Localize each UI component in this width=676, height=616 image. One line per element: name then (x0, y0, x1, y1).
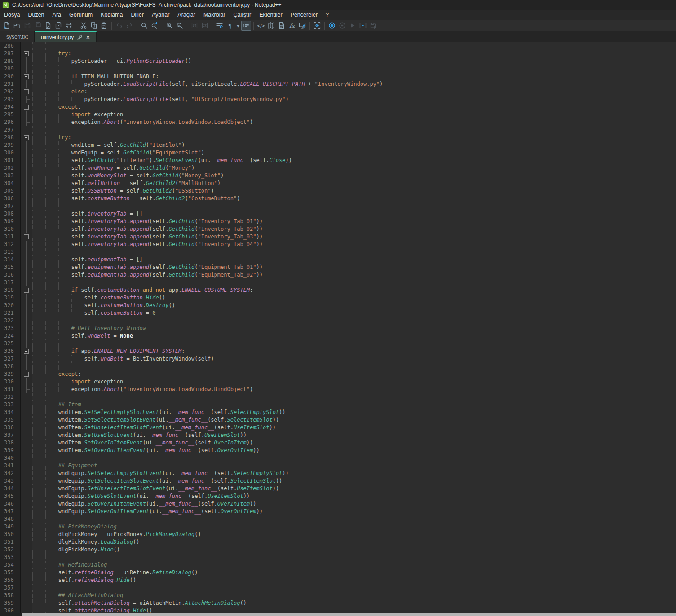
menu-item-ayarlar[interactable]: Ayarlar (148, 10, 173, 19)
code-line[interactable]: 343wndEquip.SetSelectItemSlotEvent(ui.__… (0, 477, 676, 485)
code-line[interactable]: 289 (0, 65, 676, 73)
code-line[interactable]: 292else: (0, 88, 676, 96)
menu-item-makrolar[interactable]: Makrolar (199, 10, 230, 19)
open-file-button[interactable] (12, 21, 22, 31)
code-line[interactable]: 288pyScrLoader = ui.PythonScriptLoader() (0, 57, 676, 65)
menu-item-kodlama[interactable]: Kodlama (97, 10, 127, 19)
code-line[interactable]: 340 (0, 454, 676, 462)
code-line[interactable]: 293pyScrLoader.LoadScriptFile(self, "UIS… (0, 96, 676, 103)
fold-toggle[interactable] (21, 348, 32, 355)
code-line[interactable]: 329except: (0, 370, 676, 378)
code-line[interactable]: 322 (0, 317, 676, 325)
document-map-button[interactable] (266, 21, 276, 31)
monitoring-button[interactable] (297, 21, 307, 31)
menu-item-ara[interactable]: Ara (49, 10, 65, 19)
indent-guide-button[interactable] (241, 21, 251, 31)
code-line[interactable]: 319self.costumeButton.Hide() (0, 294, 676, 302)
code-line[interactable]: 330import exception (0, 378, 676, 386)
code-line[interactable]: 304self.mallButton = self.GetChild2("Mal… (0, 180, 676, 187)
menu-item-d-zen[interactable]: Düzen (24, 10, 48, 19)
code-line[interactable]: 346wndEquip.SetOverInItemEvent(ui.__mem_… (0, 500, 676, 508)
horizontal-scrollbar-track[interactable] (0, 613, 676, 616)
code-line[interactable]: 300wndEquip = self.GetChild("EquipmentSl… (0, 149, 676, 157)
code-line[interactable]: 290if ITEM_MALL_BUTTON_ENABLE: (0, 73, 676, 80)
code-line[interactable]: 291pyScrLoader.LoadScriptFile(self, uiSc… (0, 80, 676, 88)
code-line[interactable]: 302self.wndMoney = self.GetChild("Money"… (0, 164, 676, 172)
code-line[interactable]: 337wndItem.SetUseSlotEvent(ui.__mem_func… (0, 431, 676, 439)
code-line[interactable]: 344wndEquip.SetUnselectItemSlotEvent(ui.… (0, 485, 676, 493)
tab-syserr-txt[interactable]: syserr.txt (0, 31, 35, 42)
code-line[interactable]: 311self.inventoryTab.append(self.GetChil… (0, 233, 676, 241)
show-all-characters-dropdown-button[interactable]: ▾ (235, 21, 241, 31)
code-line[interactable]: 306self.costumeButton = self.GetChild2("… (0, 195, 676, 202)
close-icon[interactable]: ✕ (86, 35, 90, 40)
fold-toggle[interactable] (21, 88, 32, 96)
code-line[interactable]: 298try: (0, 134, 676, 141)
code-line[interactable]: 347wndEquip.SetOverOutItemEvent(ui.__mem… (0, 508, 676, 515)
menu-item-g-r-n-m[interactable]: Görünüm (65, 10, 97, 19)
replace-button[interactable] (150, 21, 159, 31)
code-line[interactable]: 308self.inventoryTab = [] (0, 210, 676, 218)
pin-icon[interactable] (77, 35, 83, 40)
code-line[interactable]: 334wndItem.SetSelectEmptySlotEvent(ui.__… (0, 409, 676, 416)
code-line[interactable]: 320self.costumeButton.Destroy() (0, 302, 676, 309)
code-line[interactable]: 336wndItem.SetUnselectItemSlotEvent(ui._… (0, 424, 676, 431)
undo-button[interactable] (114, 21, 124, 31)
code-line[interactable]: 331exception.Abort("InventoryWindow.Load… (0, 386, 676, 393)
save-button[interactable] (22, 21, 32, 31)
code-line[interactable]: 339wndItem.SetOverOutItemEvent(ui.__mem_… (0, 447, 676, 454)
function-list-button[interactable]: fx (287, 21, 297, 31)
fold-toggle[interactable] (21, 370, 32, 378)
code-line[interactable]: 350dlgPickMoney = uiPickMoney.PickMoneyD… (0, 531, 676, 538)
menu-item-eklentiler[interactable]: Eklentiler (255, 10, 286, 19)
code-line[interactable]: 335wndItem.SetSelectItemSlotEvent(ui.__m… (0, 416, 676, 424)
code-line[interactable]: 352dlgPickMoney.Hide() (0, 546, 676, 554)
menu-item-pencereler[interactable]: Pencereler (287, 10, 322, 19)
code-line[interactable]: 326if app.ENABLE_NEW_EQUIPMENT_SYSTEM: (0, 348, 676, 355)
code-line[interactable]: 338wndItem.SetOverInItemEvent(ui.__mem_f… (0, 439, 676, 447)
code-line[interactable]: 316self.equipmentTab.append(self.GetChil… (0, 271, 676, 279)
code-line[interactable]: 360self.attachMetinDialog.Hide() (0, 607, 676, 613)
code-line[interactable]: 351dlgPickMoney.LoadDialog() (0, 538, 676, 546)
code-line[interactable]: 327self.wndBelt = BeltInventoryWindow(se… (0, 355, 676, 363)
start-recording-button[interactable] (327, 21, 337, 31)
code-line[interactable]: 295import exception (0, 111, 676, 119)
code-line[interactable]: 354## RefineDialog (0, 561, 676, 569)
view-in-browser-button[interactable]: </> (256, 21, 266, 31)
menu-item-q[interactable]: ? (322, 10, 333, 19)
document-list-button[interactable] (277, 21, 287, 31)
code-line[interactable]: 310self.inventoryTab.append(self.GetChil… (0, 225, 676, 233)
code-line[interactable]: 359self.attachMetinDialog = uiAttachMeti… (0, 599, 676, 607)
zoom-in-button[interactable] (164, 21, 174, 31)
zoom-out-button[interactable] (175, 21, 185, 31)
screenshot-ocr-button[interactable] (312, 21, 322, 31)
code-line[interactable]: 341## Equipment (0, 462, 676, 470)
code-line[interactable]: 297 (0, 126, 676, 134)
paste-button[interactable] (99, 21, 109, 31)
save-recorded-macro-button[interactable] (368, 21, 378, 31)
sync-vertical-button[interactable] (190, 21, 199, 31)
stop-recording-button[interactable] (337, 21, 347, 31)
close-all-button[interactable] (53, 21, 63, 31)
code-line[interactable]: 332 (0, 393, 676, 401)
fold-toggle[interactable] (21, 286, 32, 294)
code-line[interactable]: 309self.inventoryTab.append(self.GetChil… (0, 218, 676, 225)
cut-button[interactable] (79, 21, 88, 31)
code-line[interactable]: 353 (0, 554, 676, 561)
code-line[interactable]: 356self.refineDialog.Hide() (0, 576, 676, 584)
print-button[interactable] (64, 21, 74, 31)
code-line[interactable]: 358## AttachMetinDialog (0, 592, 676, 599)
code-line[interactable]: 325 (0, 340, 676, 348)
code-line[interactable]: 333## Item (0, 401, 676, 409)
code-line[interactable]: 299wndItem = self.GetChild("ItemSlot") (0, 141, 676, 149)
code-line[interactable]: 349## PickMoneyDialog (0, 523, 676, 531)
code-line[interactable]: 357 (0, 584, 676, 592)
code-line[interactable]: 313 (0, 248, 676, 256)
show-all-characters-button[interactable]: ¶ (225, 21, 235, 31)
fold-toggle[interactable] (21, 103, 32, 111)
code-line[interactable]: 312self.inventoryTab.append(self.GetChil… (0, 241, 676, 248)
horizontal-scrollbar-thumb[interactable] (22, 613, 676, 616)
code-line[interactable]: 355self.refineDialog = uiRefine.RefineDi… (0, 569, 676, 576)
code-line[interactable]: 307 (0, 202, 676, 210)
code-line[interactable]: 315self.equipmentTab.append(self.GetChil… (0, 264, 676, 271)
